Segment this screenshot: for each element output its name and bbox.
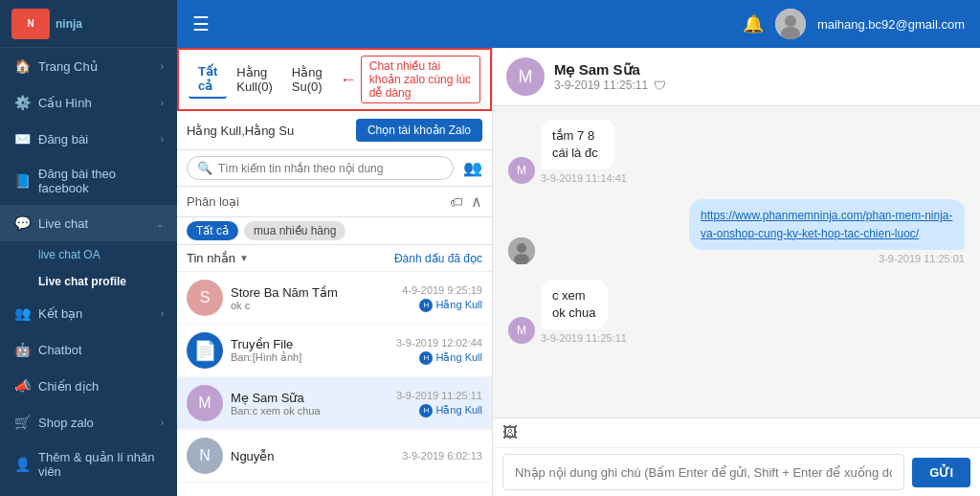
chat-item[interactable]: 📄 Truyền File Ban:[Hình ảnh] 3-9-2019 12… <box>177 325 492 377</box>
chat-item[interactable]: M Mẹ Sam Sữa Ban:c xem ok chua 3-9-2019 … <box>177 377 492 430</box>
msg-col: c xem ok chua 3-9-2019 11:25:11 <box>541 280 644 344</box>
chat-meta: 3-9-2019 6:02:13 <box>402 450 482 462</box>
contact-time: 3-9-2019 11:25:11 <box>554 79 648 92</box>
sidebar-item-live-chat[interactable]: 💬 Live chat ⌄ <box>0 205 177 241</box>
tabs-note: Chat nhiều tài khoản zalo cùng lúc dễ dà… <box>361 56 480 103</box>
sidebar-item-label: Kết bạn <box>38 306 161 321</box>
chat-info: Mẹ Sam Sữa Ban:c xem ok chua <box>231 391 396 417</box>
chat-meta: 3-9-2019 11:25:11 H Hằng Kull <box>396 390 482 417</box>
account-name: Hằng Kull <box>435 299 482 311</box>
sidebar-item-trang-chu[interactable]: 🏠 Trang Chủ › <box>0 48 177 84</box>
chat-panel: Tất cả Hằng Kull(0) Hằng Su(0) ← Chat nh… <box>177 48 493 496</box>
chat-item[interactable]: N Nguyễn 3-9-2019 6:02:13 <box>177 430 492 483</box>
chat-name: Nguyễn <box>231 449 402 463</box>
user-icon: 👤 <box>13 456 31 473</box>
conv-time-row: 3-9-2019 11:25:11 🛡 <box>554 79 967 93</box>
sidebar-item-ket-ban[interactable]: 👥 Kết bạn › <box>0 295 177 331</box>
sidebar-item-them-quan-ly[interactable]: 👤 Thêm & quản lí nhân viên <box>0 440 177 488</box>
msg-list-title-text: Tin nhắn <box>187 251 235 265</box>
sidebar-item-dang-bai[interactable]: ✉️ Đăng bài › <box>0 121 177 157</box>
shield-icon: 🛡 <box>654 79 666 93</box>
chat-time: 3-9-2019 12:02:44 <box>396 337 482 349</box>
account-avatar: H <box>419 299 433 312</box>
logo-icon: N <box>11 9 50 39</box>
messages-area: M tắm 7 8 cái là đc 3-9-2019 11:14:41 ht… <box>493 106 980 417</box>
filter-label: Phân loại <box>187 194 239 209</box>
account-name: Hằng Kull <box>435 351 482 364</box>
chat-time: 3-9-2019 6:02:13 <box>402 450 482 462</box>
message-bubble: tắm 7 8 cái là đc <box>541 120 615 169</box>
image-icon[interactable]: 🖼 <box>502 424 518 441</box>
message-row: M tắm 7 8 cái là đc 3-9-2019 11:14:41 <box>508 120 965 184</box>
chat-info: Nguyễn <box>231 449 402 463</box>
chat-preview: Ban:[Hình ảnh] <box>231 351 396 364</box>
sidebar-item-label: Cấu Hình <box>38 96 161 110</box>
sidebar-item-label: Trang Chủ <box>38 59 161 74</box>
input-row: GỬI <box>493 448 980 496</box>
caret-down-icon: ▼ <box>239 253 249 263</box>
chat-account: H Hằng Kull <box>419 351 482 365</box>
zalo-account-button[interactable]: Chọn tài khoản Zalo <box>356 119 482 142</box>
chat-time: 4-9-2019 9:25:19 <box>402 284 482 296</box>
message-time: 3-9-2019 11:14:41 <box>541 172 627 184</box>
send-button[interactable]: GỬI <box>912 458 970 487</box>
user-add-icon[interactable]: 👥 <box>463 159 482 177</box>
sidebar-item-chatbot[interactable]: 🤖 Chatbot <box>0 331 177 368</box>
sidebar-item-label: Đăng bài <box>38 132 161 147</box>
msg-list-title[interactable]: Tin nhắn ▼ <box>187 251 249 265</box>
sidebar-nav: 🏠 Trang Chủ › ⚙️ Cấu Hình › ✉️ Đăng bài … <box>0 48 177 496</box>
bot-icon: 🤖 <box>13 341 31 358</box>
tag-mua-nhieu-hang[interactable]: mua nhiều hàng <box>244 221 345 240</box>
logo: N ninja <box>0 0 177 48</box>
bell-icon[interactable]: 🔔 <box>743 13 764 34</box>
msg-avatar <box>508 237 535 264</box>
chat-name: Store Ba Năm Tầm <box>231 285 402 300</box>
sidebar-item-shop-zalo[interactable]: 🛒 Shop zalo › <box>0 404 177 440</box>
tag-tat-ca[interactable]: Tất cả <box>187 221 238 240</box>
sidebar-item-label: Chatbot <box>38 343 164 357</box>
chat-item[interactable]: S Store Ba Năm Tầm ok c 4-9-2019 9:25:19… <box>177 272 492 325</box>
chat-preview: ok c <box>231 300 402 311</box>
chevron-icon: › <box>161 308 164 319</box>
shop-icon: 🛒 <box>13 414 31 431</box>
msg-col: https://www.phanmemninja.com/phan-mem-ni… <box>541 199 965 263</box>
collapse-icon[interactable]: ∧ <box>471 192 482 211</box>
tabs-row: Tất cả Hằng Kull(0) Hằng Su(0) ← Chat nh… <box>177 48 492 111</box>
chat-avatar: S <box>187 280 223 316</box>
chat-info: Store Ba Năm Tầm ok c <box>231 285 402 311</box>
chat-account: H Hằng Kull <box>419 299 482 312</box>
account-avatar: H <box>419 351 433 365</box>
search-icon: 🔍 <box>197 161 212 175</box>
search-wrap: 🔍 <box>187 156 454 180</box>
msg-col: tắm 7 8 cái là đc 3-9-2019 11:14:41 <box>541 120 655 184</box>
message-bubble: https://www.phanmemninja.com/phan-mem-ni… <box>689 199 965 249</box>
sidebar-item-dang-bai-facebook[interactable]: 📘 Đăng bài theo facebook <box>0 157 177 205</box>
chat-input[interactable] <box>502 454 904 490</box>
chat-list: S Store Ba Năm Tầm ok c 4-9-2019 9:25:19… <box>177 272 492 496</box>
svg-point-4 <box>517 243 526 253</box>
mark-read-btn[interactable]: Đánh dấu đã đọc <box>394 252 482 265</box>
friends-icon: 👥 <box>13 304 31 322</box>
tab-tat-ca[interactable]: Tất cả <box>189 60 227 99</box>
search-input[interactable] <box>218 162 443 175</box>
chat-meta: 3-9-2019 12:02:44 H Hằng Kull <box>396 337 482 365</box>
tags-row: Tất cả mua nhiều hàng <box>177 217 492 245</box>
chat-avatar: M <box>187 385 223 421</box>
sidebar-item-chien-dich[interactable]: 📣 Chiến dịch <box>0 368 177 404</box>
sidebar-item-label: Live chat <box>38 216 156 231</box>
sidebar-sub-item-live-chat-oa[interactable]: live chat OA <box>0 241 177 268</box>
svg-point-1 <box>785 15 796 27</box>
sidebar-item-label: Thêm & quản lí nhân viên <box>38 450 164 479</box>
hamburger-icon[interactable]: ☰ <box>192 12 210 35</box>
user-email: maihang.bc92@gmail.com <box>817 17 965 32</box>
chat-avatar: 📄 <box>187 332 223 369</box>
msg-avatar: M <box>508 317 535 344</box>
sidebar: N ninja 🏠 Trang Chủ › ⚙️ Cấu Hình › ✉️ Đ… <box>0 0 177 496</box>
filter-icon[interactable]: 🏷 <box>450 194 463 210</box>
sidebar-item-cau-hinh[interactable]: ⚙️ Cấu Hình › <box>0 84 177 121</box>
tab-hang-kull[interactable]: Hằng Kull(0) <box>227 61 282 98</box>
tab-hang-su[interactable]: Hằng Su(0) <box>282 61 332 98</box>
sidebar-item-label: Đăng bài theo facebook <box>38 167 164 195</box>
sidebar-sub-item-live-chat-profile[interactable]: Live chat profile <box>0 268 177 295</box>
top-bar-right: 🔔 maihang.bc92@gmail.com <box>743 9 965 39</box>
